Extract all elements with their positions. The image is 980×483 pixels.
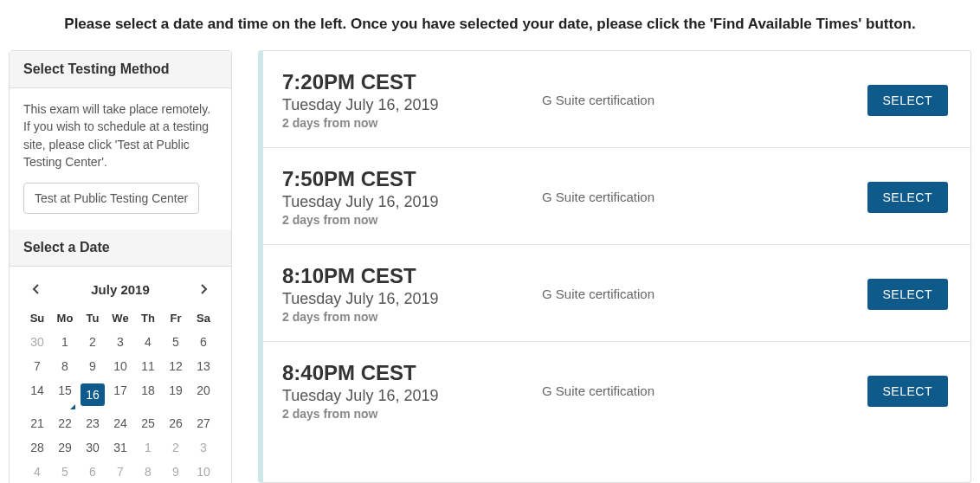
slot-relative-time: 2 days from now <box>282 407 542 421</box>
slot-time-block: 8:40PM CESTTuesday July 16, 20192 days f… <box>282 361 542 421</box>
testing-method-header: Select Testing Method <box>10 51 231 88</box>
calendar-day[interactable]: 26 <box>162 411 190 435</box>
calendar-dow: Th <box>134 306 162 330</box>
time-slot-row: 8:40PM CESTTuesday July 16, 20192 days f… <box>263 342 970 438</box>
calendar-dow: Fr <box>162 306 190 330</box>
calendar-day[interactable]: 19 <box>162 378 190 411</box>
calendar-day[interactable]: 22 <box>51 411 79 435</box>
calendar-day[interactable]: 28 <box>23 435 51 460</box>
calendar-day[interactable]: 31 <box>106 435 134 460</box>
calendar-day[interactable]: 11 <box>134 354 162 378</box>
calendar-dow: We <box>106 306 134 330</box>
slot-time: 7:50PM CEST <box>282 167 542 191</box>
time-slots-panel: 7:20PM CESTTuesday July 16, 20192 days f… <box>258 50 971 483</box>
slot-time-block: 7:50PM CESTTuesday July 16, 20192 days f… <box>282 167 542 227</box>
select-slot-button[interactable]: SELECT <box>867 376 948 407</box>
calendar-day[interactable]: 30 <box>79 435 106 460</box>
calendar-day[interactable]: 30 <box>23 330 51 354</box>
time-slot-row: 7:20PM CESTTuesday July 16, 20192 days f… <box>263 51 970 148</box>
calendar-month-label: July 2019 <box>91 282 150 297</box>
calendar-day[interactable]: 20 <box>190 378 217 411</box>
calendar-day[interactable]: 4 <box>134 330 162 354</box>
calendar-day[interactable]: 9 <box>79 354 106 378</box>
calendar-dow: Mo <box>51 306 79 330</box>
slot-description: G Suite certification <box>542 93 867 107</box>
select-slot-button[interactable]: SELECT <box>867 85 948 116</box>
calendar-day[interactable]: 21 <box>23 411 51 435</box>
calendar-day[interactable]: 12 <box>162 354 190 378</box>
calendar-day[interactable]: 10 <box>106 354 134 378</box>
calendar-day[interactable]: 23 <box>79 411 106 435</box>
calendar-day[interactable]: 7 <box>106 460 134 483</box>
calendar-day[interactable]: 2 <box>79 330 106 354</box>
slot-time: 7:20PM CEST <box>282 70 542 94</box>
slot-time-block: 7:20PM CESTTuesday July 16, 20192 days f… <box>282 70 542 130</box>
calendar-next-icon[interactable] <box>193 279 214 299</box>
calendar-day[interactable]: 17 <box>106 378 134 411</box>
time-slot-row: 7:50PM CESTTuesday July 16, 20192 days f… <box>263 148 970 245</box>
calendar-dow: Tu <box>79 306 106 330</box>
page-instruction: Please select a date and time on the lef… <box>0 0 980 50</box>
calendar-day[interactable]: 9 <box>162 460 190 483</box>
slot-time: 8:10PM CEST <box>282 264 542 288</box>
calendar-day[interactable]: 1 <box>134 435 162 460</box>
slot-description: G Suite certification <box>542 190 867 204</box>
calendar-day[interactable]: 6 <box>190 330 217 354</box>
calendar-day[interactable]: 5 <box>162 330 190 354</box>
calendar-day[interactable]: 13 <box>190 354 217 378</box>
slot-date: Tuesday July 16, 2019 <box>282 290 542 308</box>
calendar-day[interactable]: 15 <box>51 378 79 411</box>
calendar: July 2019 SuMoTuWeThFrSa3012345678910111… <box>10 267 231 483</box>
calendar-day[interactable]: 3 <box>106 330 134 354</box>
calendar-day[interactable]: 1 <box>51 330 79 354</box>
calendar-dow: Su <box>23 306 51 330</box>
calendar-day[interactable]: 14 <box>23 378 51 411</box>
calendar-day[interactable]: 24 <box>106 411 134 435</box>
slot-description: G Suite certification <box>542 287 867 301</box>
calendar-day[interactable]: 29 <box>51 435 79 460</box>
slot-time: 8:40PM CEST <box>282 361 542 385</box>
calendar-day[interactable]: 8 <box>51 354 79 378</box>
calendar-day[interactable]: 25 <box>134 411 162 435</box>
testing-method-description: This exam will take place remotely. If y… <box>23 100 217 171</box>
calendar-dow: Sa <box>190 306 217 330</box>
calendar-day[interactable]: 4 <box>23 460 51 483</box>
select-date-header: Select a Date <box>10 229 231 267</box>
calendar-day[interactable]: 18 <box>134 378 162 411</box>
slot-date: Tuesday July 16, 2019 <box>282 387 542 405</box>
slot-description: G Suite certification <box>542 383 867 398</box>
slot-time-block: 8:10PM CESTTuesday July 16, 20192 days f… <box>282 264 542 324</box>
select-slot-button[interactable]: SELECT <box>867 279 948 310</box>
slot-relative-time: 2 days from now <box>282 213 542 227</box>
time-slot-row: 8:10PM CESTTuesday July 16, 20192 days f… <box>263 245 970 342</box>
calendar-day[interactable]: 10 <box>190 460 217 483</box>
slot-date: Tuesday July 16, 2019 <box>282 96 542 114</box>
slot-date: Tuesday July 16, 2019 <box>282 193 542 211</box>
slot-relative-time: 2 days from now <box>282 116 542 130</box>
test-at-public-center-button[interactable]: Test at Public Testing Center <box>23 183 199 214</box>
calendar-day[interactable]: 6 <box>79 460 106 483</box>
select-slot-button[interactable]: SELECT <box>867 182 948 213</box>
calendar-day[interactable]: 8 <box>134 460 162 483</box>
calendar-prev-icon[interactable] <box>27 279 48 299</box>
sidebar: Select Testing Method This exam will tak… <box>9 50 232 483</box>
calendar-day[interactable]: 7 <box>23 354 51 378</box>
calendar-day[interactable]: 3 <box>190 435 217 460</box>
calendar-day[interactable]: 27 <box>190 411 217 435</box>
slot-relative-time: 2 days from now <box>282 310 542 324</box>
calendar-day[interactable]: 2 <box>162 435 190 460</box>
calendar-day[interactable]: 16 <box>79 378 106 411</box>
calendar-day[interactable]: 5 <box>51 460 79 483</box>
